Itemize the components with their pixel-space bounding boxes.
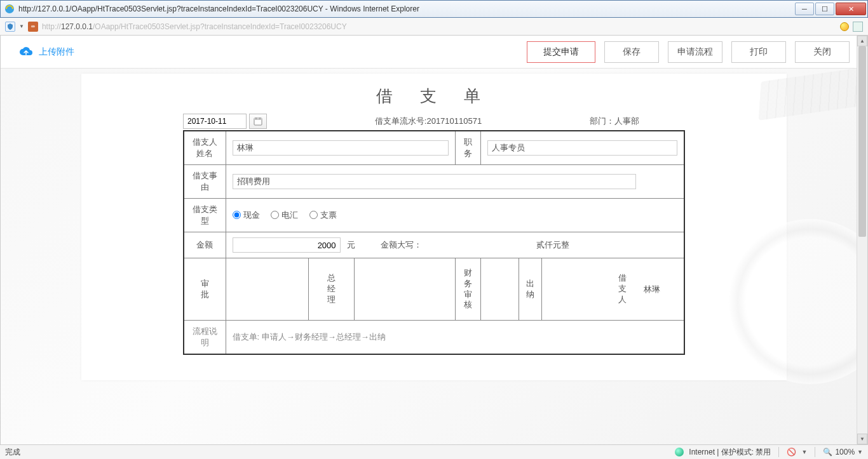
approval-borrower-value: 林琳 — [627, 284, 677, 295]
window-maximize-button[interactable]: ☐ — [815, 3, 834, 15]
zoom-value: 100% — [835, 448, 855, 456]
type-check-radio[interactable] — [309, 211, 318, 219]
form-title: 借 支 单 — [81, 85, 787, 107]
serial-number: 借支单流水号:201710110571 — [267, 116, 590, 127]
type-label: 借支类型 — [184, 199, 226, 232]
dropdown-icon[interactable]: ▼ — [19, 23, 24, 29]
scroll-down-button[interactable]: ▼ — [857, 434, 867, 444]
save-button[interactable]: 保存 — [604, 41, 659, 63]
type-wire-radio[interactable] — [271, 211, 279, 219]
compat-view-icon[interactable] — [853, 22, 863, 32]
app-toolbar: 上传附件 提交申请 保存 申请流程 打印 关闭 — [1, 36, 867, 69]
type-cell: 现金 电汇 支票 — [226, 199, 684, 232]
window-titlebar: http://127.0.0.1/OAapp/HtTrace0503Servle… — [0, 0, 868, 18]
flow-button[interactable]: 申请流程 — [668, 41, 722, 63]
amount-input[interactable] — [233, 237, 341, 253]
ie-icon — [4, 4, 15, 14]
meta-row: 借支单流水号:201710110571 部门：人事部 — [183, 114, 685, 129]
svg-rect-2 — [254, 118, 262, 120]
cloud-upload-icon — [18, 46, 34, 58]
site-favicon: ∞ — [28, 22, 38, 32]
amount-cn-label: 金额大写： — [381, 239, 422, 251]
type-check-option[interactable]: 支票 — [309, 210, 337, 221]
approval-gm-label: 总经理 — [308, 258, 354, 321]
url-path: /OAapp/HtTrace0503Servlet.jsp?traceInsta… — [93, 22, 347, 31]
amount-label: 金额 — [184, 232, 226, 258]
loan-form-table: 借支人姓名 职务 借支事由 借支类型 — [183, 130, 685, 355]
window-title: http://127.0.0.1/OAapp/HtTrace0503Servle… — [18, 4, 795, 13]
approval-cashier-label: 出纳 — [519, 258, 541, 321]
reason-label: 借支事由 — [184, 165, 226, 199]
status-bar: 完成 Internet | 保护模式: 禁用 🚫 ▼ 🔍 100% ▼ — [0, 444, 868, 459]
approval-col-label: 审批 — [184, 258, 226, 321]
note-value: 借支单: 申请人→财务经理→总经理→出纳 — [226, 321, 684, 355]
globe-icon — [675, 448, 684, 456]
security-dropdown-icon[interactable]: ▼ — [801, 449, 807, 455]
approval-finance-label: 财务审核 — [455, 258, 480, 321]
form-card: 借 支 单 借支单流水号:201710110571 部门：人事部 借支人姓名 — [81, 74, 787, 380]
upload-attachment-link[interactable]: 上传附件 — [18, 46, 74, 58]
window-close-button[interactable]: ✕ — [836, 3, 866, 15]
name-label: 借支人姓名 — [184, 131, 226, 165]
status-mode: Internet | 保护模式: 禁用 — [689, 447, 771, 458]
calendar-button[interactable] — [249, 114, 267, 129]
scroll-thumb[interactable] — [858, 46, 866, 237]
upload-label: 上传附件 — [39, 46, 74, 58]
amount-unit: 元 — [347, 239, 355, 251]
date-input[interactable] — [183, 114, 247, 129]
note-label: 流程说明 — [184, 321, 226, 355]
approval-blank-2 — [354, 258, 455, 321]
approval-blank-1 — [226, 258, 308, 321]
zoom-icon: 🔍 — [823, 448, 832, 456]
reason-input[interactable] — [233, 174, 636, 189]
url-protocol: http:// — [42, 22, 61, 31]
close-button[interactable]: 关闭 — [795, 41, 850, 63]
window-minimize-button[interactable]: ─ — [795, 3, 814, 15]
url-field[interactable]: http://127.0.0.1/OAapp/HtTrace0503Servle… — [42, 22, 836, 31]
calendar-icon — [254, 117, 262, 126]
amount-cell: 元 金额大写： 贰仟元整 — [226, 232, 684, 258]
approval-blank-3 — [480, 258, 519, 321]
approval-borrower-label: 借支人 — [618, 273, 627, 305]
security-shield-icon[interactable] — [5, 22, 15, 32]
app-viewport: 上传附件 提交申请 保存 申请流程 打印 关闭 借 支 单 借支单流水号:201… — [0, 36, 868, 444]
url-host: 127.0.0.1 — [61, 22, 93, 31]
position-cell — [480, 131, 684, 165]
department: 部门：人事部 — [590, 116, 685, 127]
position-input[interactable] — [487, 140, 677, 156]
type-cash-option[interactable]: 现金 — [233, 210, 260, 221]
reason-cell — [226, 165, 684, 199]
type-wire-option[interactable]: 电汇 — [271, 210, 298, 221]
approval-borrower-cell: 借支人 林琳 — [542, 258, 685, 321]
approval-row: 审批 总经理 财务审核 出纳 借支人 林琳 — [184, 258, 684, 321]
amount-cn-value: 贰仟元整 — [428, 239, 677, 251]
name-cell — [226, 131, 455, 165]
position-label: 职务 — [455, 131, 480, 165]
zoom-dropdown-icon[interactable]: ▼ — [857, 449, 863, 455]
status-text: 完成 — [5, 447, 20, 458]
vertical-scrollbar[interactable]: ▲ ▼ — [857, 36, 867, 444]
page-background: 借 支 单 借支单流水号:201710110571 部门：人事部 借支人姓名 — [1, 69, 867, 444]
type-cash-radio[interactable] — [233, 211, 241, 219]
scroll-up-button[interactable]: ▲ — [857, 36, 867, 46]
zoom-control[interactable]: 🔍 100% ▼ — [823, 448, 863, 456]
address-bar: ▼ ∞ http://127.0.0.1/OAapp/HtTrace0503Se… — [0, 18, 868, 36]
security-off-icon[interactable]: 🚫 — [787, 448, 796, 456]
submit-button[interactable]: 提交申请 — [527, 41, 595, 63]
print-button[interactable]: 打印 — [731, 41, 786, 63]
security-indicator-icon[interactable] — [840, 22, 849, 31]
name-input[interactable] — [233, 140, 449, 156]
